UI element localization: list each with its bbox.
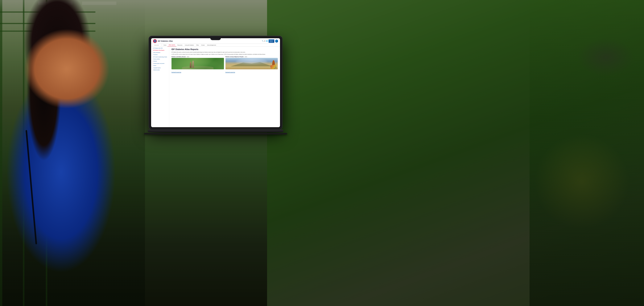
header-search-icons[interactable]: 🔍 🖥 🌐 — [262, 40, 268, 42]
nav-separator — [162, 44, 162, 46]
site-title: IDF Diabetes Atlas — [158, 40, 173, 42]
laptop-notch — [210, 38, 221, 40]
report-indigenous-year: (2022) — [244, 56, 248, 57]
nav-acknowledgements[interactable]: Acknowledgements — [206, 44, 217, 46]
website-content: 🌐 IDF Diabetes Atlas 🔍 🖥 🌐 International — [151, 38, 280, 127]
woman-figure — [0, 0, 145, 306]
sidebar-item-scientific-papers[interactable]: • Scientific papers and posters — [152, 63, 168, 64]
website-main-content: IDF Diabetes Atlas Reports IDF Diabetes … — [169, 47, 280, 127]
nav-atlas-reports[interactable]: Atlas reports — [168, 44, 176, 46]
sidebar-item-copyright[interactable]: • Copyright requests — [152, 67, 168, 69]
sidebar-item-citation[interactable]: • Citation — [152, 65, 168, 66]
sidebar-item-podcasts[interactable]: • Podcasts — [152, 61, 168, 62]
monitor-icon[interactable]: 🖥 — [264, 40, 266, 42]
right-logos: 🔍 🖥 🌐 International Diabetes Federation — [262, 39, 278, 43]
laptop-screen-bezel: 🌐 IDF Diabetes Atlas 🔍 🖥 🌐 International — [151, 38, 280, 128]
sidebar-item-idf-guide[interactable]: • IDF Guide for Epidemiology Studies — [152, 57, 168, 58]
nav-contact[interactable]: Contact — [200, 44, 206, 46]
website-body: • IDF Diabetes Atlas 2021 • IDF Diabetes… — [151, 47, 280, 127]
sidebar-item-factsheets[interactable]: • Factsheets — [152, 54, 168, 56]
nav-living-with-diabetes[interactable]: Living with diabetes — [184, 44, 195, 46]
car-silhouette — [577, 38, 634, 76]
nav-resources[interactable]: Resources — [176, 44, 184, 46]
sidebar-item-previous-editions[interactable]: • Previous editions — [152, 59, 168, 60]
nav-home[interactable]: Home — [162, 44, 168, 46]
report-indigenous-image — [226, 58, 278, 69]
sidebar-item-atlas-presentation[interactable]: • Atlas presentation — [152, 52, 168, 54]
report-card-kidney: Diabetes and kidney disease (2023) — [172, 56, 224, 73]
report-kidney-image — [172, 58, 224, 69]
idf-circle-logo — [275, 40, 278, 43]
website-sidebar: • IDF Diabetes Atlas 2021 • IDF Diabetes… — [151, 47, 169, 127]
scene-wrapper: 🌐 IDF Diabetes Atlas 🔍 🖥 🌐 International — [0, 0, 644, 306]
laptop-hinge — [148, 129, 283, 132]
report-indigenous-title: Diabetes among Indigenous Peoples (2022) — [226, 56, 278, 57]
laptop-lid: 🌐 IDF Diabetes Atlas 🔍 🖥 🌐 International — [149, 36, 282, 129]
content-description-1: IDF Diabetes Atlas reports, produced ann… — [172, 52, 278, 53]
idf-logo-badge: International Diabetes Federation — [268, 39, 274, 43]
download-indigenous-report-link[interactable]: Download the report here — [226, 72, 235, 73]
website-nav: Data portal Home Atlas reports Resources… — [151, 44, 280, 47]
laptop-device: 🌐 IDF Diabetes Atlas 🔍 🖥 🌐 International — [149, 36, 282, 129]
sidebar-item-atlas-2021[interactable]: • IDF Diabetes Atlas 2021 — [152, 48, 168, 49]
logo-group: 🌐 IDF Diabetes Atlas — [153, 39, 173, 43]
sidebar-item-selected-studies[interactable]: • Selected studies — [152, 70, 168, 71]
globe-logo-icon: 🌐 — [153, 39, 157, 43]
laptop-base — [144, 133, 287, 134]
content-description-2: In 2022 and 2023, we took a deeper look … — [172, 54, 278, 55]
nav-data-portal[interactable]: Data portal — [153, 44, 160, 46]
nav-faqs[interactable]: FAQs — [195, 44, 200, 46]
search-icon[interactable]: 🔍 — [262, 40, 264, 42]
report-kidney-year: (2023) — [186, 56, 190, 57]
download-kidney-report-link[interactable]: Download the report here — [172, 72, 181, 73]
report-card-indigenous: Diabetes among Indigenous Peoples (2022) — [226, 56, 278, 73]
reports-grid: Diabetes and kidney disease (2023) — [172, 56, 278, 73]
page-main-title: IDF Diabetes Atlas Reports — [172, 48, 278, 51]
language-icon[interactable]: 🌐 — [266, 40, 268, 42]
report-kidney-title: Diabetes and kidney disease (2023) — [172, 56, 224, 57]
sidebar-item-atlas-reports[interactable]: • IDF Diabetes Atlas Reports — [152, 50, 168, 51]
